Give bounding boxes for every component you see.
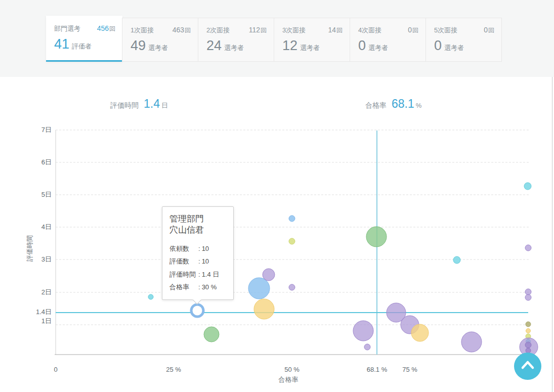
y-tick-label: 5日 xyxy=(41,191,52,198)
x-tick-label: 68.1 % xyxy=(367,366,388,373)
crosshair-y-label: 1.4日 xyxy=(36,308,52,316)
bubble-point[interactable] xyxy=(248,278,270,299)
x-tick-label: 25 % xyxy=(166,366,181,373)
tooltip-row: 評価数:10 xyxy=(169,255,227,268)
bubble-point[interactable] xyxy=(461,332,482,352)
chevron-up-icon xyxy=(514,353,541,380)
y-tick-label: 6日 xyxy=(41,158,52,166)
y-tick-label: 4日 xyxy=(41,223,52,231)
y-tick-label: 2日 xyxy=(41,288,52,296)
bubble-point[interactable] xyxy=(254,299,274,319)
bubble-point[interactable] xyxy=(524,183,531,190)
bubble-point[interactable] xyxy=(289,238,295,244)
bubble-point[interactable] xyxy=(525,342,531,348)
bubble-point[interactable] xyxy=(364,344,370,350)
bubble-point[interactable] xyxy=(204,327,219,342)
bubble-point[interactable] xyxy=(411,324,429,341)
x-tick-label: 75 % xyxy=(402,366,417,373)
chart-tooltip: 管理部門 穴山信君 依頼数:10評価数:10評価時間:1.4 日合格率:30 % xyxy=(162,206,234,300)
bubble-point[interactable] xyxy=(525,289,531,295)
bubble-point[interactable] xyxy=(453,256,460,264)
tooltip-department: 管理部門 xyxy=(169,213,227,225)
y-tick-label: 1日 xyxy=(41,317,52,325)
bubble-chart: 025 %50 %68.1 %75 %7日6日5日4日3日2日1日1.4日 xyxy=(0,0,554,392)
scroll-top-button[interactable] xyxy=(514,353,541,380)
y-axis-title: 評価時間 xyxy=(25,226,34,271)
bubble-point[interactable] xyxy=(366,227,387,247)
tooltip-row: 依頼数:10 xyxy=(169,242,227,255)
bubble-point[interactable] xyxy=(353,321,373,341)
x-axis-title: 合格率 xyxy=(263,375,314,384)
bubble-point[interactable] xyxy=(289,215,295,222)
hovered-bubble[interactable] xyxy=(191,304,203,317)
bubble-point[interactable] xyxy=(148,294,153,299)
y-tick-label: 3日 xyxy=(41,255,52,263)
x-tick-label: 50 % xyxy=(284,366,300,373)
tooltip-title: 管理部門 穴山信君 xyxy=(169,213,227,236)
bubble-point[interactable] xyxy=(526,329,531,333)
bubble-point[interactable] xyxy=(525,245,531,251)
tooltip-row: 合格率:30 % xyxy=(169,281,227,293)
tooltip-row: 評価時間:1.4 日 xyxy=(169,268,227,281)
bubble-point[interactable] xyxy=(525,294,531,300)
tooltip-rows: 依頼数:10評価数:10評価時間:1.4 日合格率:30 % xyxy=(169,242,227,293)
bubble-point[interactable] xyxy=(526,322,531,327)
y-tick-label: 7日 xyxy=(41,126,52,134)
tooltip-person-name: 穴山信君 xyxy=(169,225,227,236)
x-tick-label: 0 xyxy=(54,366,57,373)
bubble-point[interactable] xyxy=(263,269,275,281)
bubble-point[interactable] xyxy=(289,284,295,290)
